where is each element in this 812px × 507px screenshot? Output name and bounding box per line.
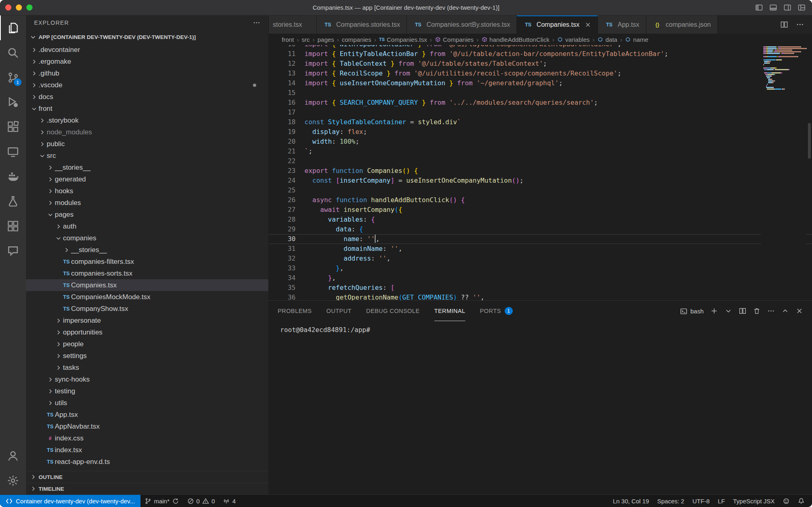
line-number[interactable]: 11 (269, 49, 296, 59)
line-number[interactable]: 24 (269, 176, 296, 186)
code-line[interactable]: 28 variables: { (269, 215, 812, 224)
activity-blocks[interactable] (0, 214, 26, 238)
line-number[interactable]: 23 (269, 166, 296, 176)
code-line[interactable]: 10import { WithTopBarContainer } from '@… (269, 45, 812, 49)
panel-tab-output[interactable]: OUTPUT (326, 301, 352, 321)
status-encoding[interactable]: UTF-8 (688, 495, 714, 507)
code-line[interactable]: 16import { SEARCH_COMPANY_QUERY } from '… (269, 98, 812, 108)
code-line[interactable]: 13import { RecoilScope } from '@/ui/util… (269, 69, 812, 78)
minimize-window-button[interactable] (16, 4, 22, 11)
line-number[interactable]: 10 (269, 45, 296, 49)
tree-item-node_modules[interactable]: node_modules (26, 126, 268, 138)
activity-chat[interactable] (0, 238, 26, 263)
line-number[interactable]: 30 (269, 234, 296, 244)
activity-docker[interactable] (0, 164, 26, 189)
terminal-shell-selector[interactable]: bash (680, 307, 704, 315)
line-number[interactable]: 27 (269, 205, 296, 215)
layout-panel-button[interactable] (769, 4, 777, 11)
tab-companies.json[interactable]: {}companies.json (646, 15, 718, 34)
tree-item-App.tsx[interactable]: TSApp.tsx (26, 409, 268, 421)
terminal-content[interactable]: root@0a42ecd84891:/app# (269, 321, 812, 494)
tree-item-opportunities[interactable]: opportunities (26, 326, 268, 338)
code-line[interactable]: 15 (269, 88, 812, 98)
panel-trash-button[interactable] (753, 307, 760, 315)
tree-item-src[interactable]: src (26, 150, 268, 162)
line-number[interactable]: 29 (269, 224, 296, 234)
close-tab-button[interactable] (585, 22, 591, 28)
close-window-button[interactable] (5, 4, 11, 11)
tree-item-auth[interactable]: auth (26, 220, 268, 232)
line-number[interactable]: 17 (269, 108, 296, 117)
line-number[interactable]: 13 (269, 69, 296, 78)
activity-extensions[interactable] (0, 114, 26, 139)
status-indentation[interactable]: Spaces: 2 (653, 495, 689, 507)
remote-indicator[interactable]: Container dev-twenty-dev (dev-twenty-dev… (0, 495, 140, 507)
workspace-section-header[interactable]: APP [CONTAINER DEV-TWENTY-DEV (DEV-TWENT… (26, 30, 268, 44)
code-line[interactable]: 11import { EntityTableActionBar } from '… (269, 49, 812, 59)
sidebar-section-outline[interactable]: OUTLINE (26, 471, 268, 483)
tree-item-hooks[interactable]: hooks (26, 185, 268, 197)
tab-Companies.tsx[interactable]: TSCompanies.tsx (517, 15, 598, 34)
panel-plus-button[interactable] (710, 307, 718, 315)
layout-sidebar-left-button[interactable] (755, 4, 763, 11)
ellipsis-editor-button[interactable] (796, 21, 804, 28)
code-line[interactable]: 23export function Companies() { (269, 166, 812, 176)
activity-explorer[interactable] (0, 15, 26, 40)
breadcrumb-item-Companies[interactable]: Companies (435, 36, 474, 43)
breadcrumb-item-name[interactable]: name (625, 36, 648, 43)
line-number[interactable]: 31 (269, 244, 296, 254)
breadcrumb-item-handleAddButtonClick[interactable]: handleAddButtonClick (482, 36, 550, 43)
tree-item-index.css[interactable]: #index.css (26, 432, 268, 444)
code-line[interactable]: 31 domainName: '', (269, 244, 812, 254)
split-editor-button[interactable] (780, 21, 788, 28)
minimap[interactable] (761, 45, 806, 300)
activity-testing[interactable] (0, 189, 26, 214)
activity-remote-explorer[interactable] (0, 139, 26, 164)
tree-item-people[interactable]: people (26, 338, 268, 350)
line-number[interactable]: 19 (269, 127, 296, 137)
panel-ellipsis-button[interactable] (767, 307, 775, 315)
tree-item-.vscode[interactable]: .vscode (26, 79, 268, 91)
breadcrumb-item-data[interactable]: data (597, 36, 617, 43)
tab-Companies.stories.tsx[interactable]: TSCompanies.stories.tsx (317, 15, 407, 34)
code-line[interactable]: 35 refetchQueries: [ (269, 283, 812, 293)
tree-item-.ergomake[interactable]: .ergomake (26, 56, 268, 67)
tree-item-.devcontainer[interactable]: .devcontainer (26, 44, 268, 56)
activity-accounts[interactable] (0, 443, 26, 468)
code-line[interactable]: 14import { useInsertOneCompanyMutation }… (269, 78, 812, 88)
tree-item-generated[interactable]: generated (26, 173, 268, 185)
code-line[interactable]: 22 (269, 156, 812, 166)
tree-item-__stories__[interactable]: __stories__ (26, 162, 268, 173)
tree-item-companies-filters.tsx[interactable]: TScompanies-filters.tsx (26, 256, 268, 268)
tree-item-sync-hooks[interactable]: sync-hooks (26, 373, 268, 385)
tree-item-react-app-env.d.ts[interactable]: TSreact-app-env.d.ts (26, 456, 268, 468)
zoom-window-button[interactable] (26, 4, 32, 11)
code-line[interactable]: 32 address: '', (269, 254, 812, 263)
activity-source-control[interactable]: 1 (0, 65, 26, 90)
breadcrumb-item-variables[interactable]: variables (557, 36, 590, 43)
line-number[interactable]: 36 (269, 293, 296, 300)
tree-item-CompaniesMockMode.tsx[interactable]: TSCompaniesMockMode.tsx (26, 291, 268, 303)
explorer-actions[interactable] (253, 19, 260, 26)
line-number[interactable]: 33 (269, 263, 296, 273)
tree-item-impersonate[interactable]: impersonate (26, 315, 268, 326)
tab-Companies.sortBy.stories.tsx[interactable]: TSCompanies.sortBy.stories.tsx (407, 15, 517, 34)
line-number[interactable]: 18 (269, 117, 296, 127)
code-line[interactable]: 19 display: flex; (269, 127, 812, 137)
code-line[interactable]: 34 }, (269, 273, 812, 283)
panel-tab-terminal[interactable]: TERMINAL (434, 301, 466, 321)
status-language-mode[interactable]: TypeScript JSX (729, 495, 779, 507)
editor-scrollbar[interactable] (808, 123, 811, 159)
tree-item-.github[interactable]: .github (26, 67, 268, 79)
code-line[interactable]: 25 (269, 186, 812, 195)
breadcrumb-item-companies[interactable]: companies (342, 36, 371, 43)
tree-item-index.tsx[interactable]: TSindex.tsx (26, 444, 268, 456)
code-line[interactable]: 30 name: '', (269, 234, 812, 244)
panel-tab-ports[interactable]: PORTS1 (480, 301, 513, 321)
panel-close-button[interactable] (796, 307, 803, 315)
line-number[interactable]: 26 (269, 195, 296, 205)
line-number[interactable]: 21 (269, 147, 296, 156)
tree-item-companies-sorts.tsx[interactable]: TScompanies-sorts.tsx (26, 268, 268, 279)
tree-item-pages[interactable]: pages (26, 209, 268, 220)
line-number[interactable]: 28 (269, 215, 296, 224)
